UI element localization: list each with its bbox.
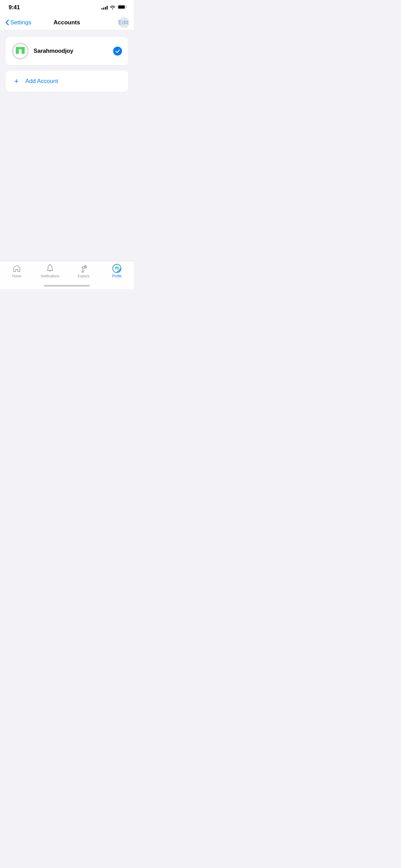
svg-rect-4: [16, 47, 25, 49]
svg-line-11: [83, 270, 84, 272]
tab-explore-label: Explore: [78, 274, 89, 278]
edit-button[interactable]: Edit: [118, 19, 128, 26]
tab-notifications-label: Notifications: [41, 274, 59, 278]
svg-rect-7: [19, 51, 22, 54]
svg-rect-21: [118, 268, 119, 270]
back-button[interactable]: Settings: [5, 19, 31, 26]
selected-checkmark: [113, 47, 122, 56]
tab-profile-label: Profile: [112, 274, 122, 278]
account-left: Sarahmoodjoy: [12, 43, 73, 60]
add-plus-icon: +: [12, 77, 21, 86]
back-label: Settings: [10, 19, 31, 26]
add-account-label: Add Account: [25, 78, 58, 85]
account-card[interactable]: Sarahmoodjoy: [5, 37, 128, 65]
home-indicator: [44, 285, 90, 287]
svg-line-10: [82, 270, 83, 272]
signal-icon: [101, 5, 108, 10]
battery-icon: [118, 4, 127, 11]
tab-home-label: Home: [12, 274, 21, 278]
tab-home[interactable]: Home: [0, 264, 34, 278]
avatar: [12, 43, 29, 60]
account-name: Sarahmoodjoy: [34, 48, 73, 55]
tab-explore[interactable]: Explore: [67, 264, 100, 278]
main-content: Sarahmoodjoy + Add Account: [0, 30, 134, 92]
status-bar: 9:41: [0, 0, 134, 15]
profile-avatar-icon: [112, 264, 121, 273]
svg-rect-5: [16, 49, 19, 54]
nav-bar: Settings Accounts Edit: [0, 15, 134, 30]
home-icon: [12, 264, 21, 273]
tab-profile[interactable]: Profile: [100, 264, 134, 278]
wifi-icon: [110, 4, 116, 11]
add-account-card[interactable]: + Add Account: [5, 71, 128, 92]
svg-rect-20: [115, 268, 116, 270]
page-title: Accounts: [53, 19, 80, 26]
svg-rect-6: [22, 49, 25, 54]
status-time: 9:41: [9, 4, 20, 11]
svg-rect-1: [118, 5, 125, 9]
tab-notifications[interactable]: Notifications: [34, 264, 67, 278]
telescope-icon: [79, 264, 88, 273]
status-icons: [101, 4, 127, 11]
svg-rect-22: [117, 269, 118, 269]
bell-icon: [46, 264, 54, 273]
